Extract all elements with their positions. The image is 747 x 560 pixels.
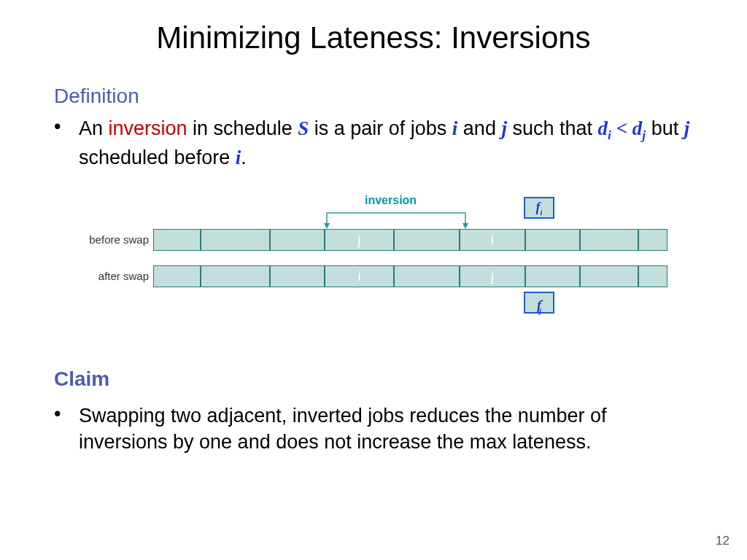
keyword-inversion: inversion [109, 117, 187, 139]
bar-cell [638, 265, 667, 287]
text: d [598, 117, 608, 139]
subscript: j [539, 306, 541, 315]
superscript: ′ [541, 298, 543, 306]
text: in schedule [187, 117, 298, 139]
text: is a pair of jobs [309, 117, 452, 139]
slide: Minimizing Lateness: Inversions Definiti… [0, 0, 747, 560]
bar-cell [580, 265, 638, 287]
f-j-prime-box: f′j [524, 292, 554, 314]
after-swap-label: after swap [76, 270, 149, 282]
claim-bullet: Swapping two adjacent, inverted jobs red… [79, 402, 696, 456]
bar-cell [525, 229, 580, 251]
claim-heading: Claim [54, 368, 109, 391]
inversion-label: inversion [365, 194, 417, 207]
var-j2: j [684, 117, 690, 139]
inversion-bracket [321, 207, 474, 229]
bar-cell: i [325, 265, 394, 287]
bar-cell [270, 229, 325, 251]
text: . [241, 147, 247, 168]
bar-cell [201, 229, 270, 251]
bar-cell [153, 229, 201, 251]
text: but [646, 117, 684, 139]
bar-cell: i [460, 229, 525, 251]
text: d [632, 117, 643, 139]
bar-cell [394, 265, 460, 287]
bar-cell [525, 265, 580, 287]
text: such that [507, 117, 598, 139]
after-swap-bar: ij [153, 265, 667, 287]
definition-bullet: An inversion in schedule S is a pair of … [79, 115, 696, 171]
var-di: di [598, 117, 611, 139]
bullet-marker: • [54, 402, 61, 425]
bar-cell [270, 265, 325, 287]
subscript: i [541, 208, 543, 217]
var-j: j [501, 117, 507, 139]
definition-heading: Definition [54, 85, 139, 108]
bar-cell [638, 229, 667, 251]
before-swap-label: before swap [76, 233, 149, 246]
bar-cell: j [460, 265, 525, 287]
var-dj: dj [632, 117, 646, 139]
var-S: S [298, 117, 309, 139]
inversion-diagram: inversion fi before swap ji after swap i… [0, 197, 747, 335]
bar-cell [153, 265, 201, 287]
bullet-marker: • [54, 115, 61, 138]
f-i-box: fi [524, 197, 554, 219]
text: An [79, 117, 109, 139]
bar-cell [394, 229, 460, 251]
text: scheduled before [79, 147, 236, 168]
bar-cell [580, 229, 638, 251]
slide-title: Minimizing Lateness: Inversions [0, 20, 747, 55]
bar-cell [201, 265, 270, 287]
bar-cell: j [325, 229, 394, 251]
lt: < [611, 117, 632, 139]
before-swap-bar: ji [153, 229, 667, 251]
text: and [457, 117, 501, 139]
page-number: 12 [716, 534, 729, 548]
